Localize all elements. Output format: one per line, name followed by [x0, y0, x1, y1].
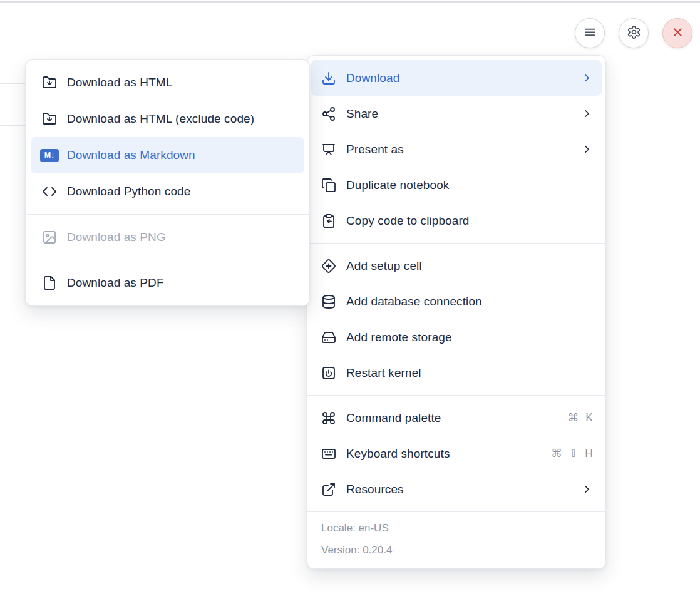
- menu-item-label: Download as PNG: [67, 230, 297, 244]
- hamburger-icon: [583, 25, 597, 42]
- settings-button[interactable]: [619, 18, 649, 48]
- notebook-action-toolbar: [575, 18, 692, 48]
- menu-item-label: Download as PDF: [67, 276, 297, 290]
- clipboard-copy-icon: [321, 213, 336, 228]
- menu-item-label: Duplicate notebook: [346, 178, 593, 192]
- external-link-icon: [321, 482, 336, 497]
- code-icon: [42, 184, 57, 199]
- menu-item-command-palette[interactable]: Command palette ⌘ K: [307, 400, 605, 436]
- menu-item-label: Copy code to clipboard: [346, 214, 593, 228]
- chevron-right-icon: [580, 108, 593, 120]
- background-rule-line: [0, 125, 25, 126]
- menu-item-label: Download: [346, 71, 570, 85]
- menu-item-download-pdf[interactable]: Download as PDF: [26, 265, 309, 301]
- version-text: Version: 0.20.4: [321, 539, 592, 561]
- share-icon: [321, 106, 336, 121]
- menu-item-download-html-exclude-code[interactable]: Download as HTML (exclude code): [26, 101, 309, 137]
- folder-down-icon: [42, 111, 57, 126]
- menu-item-label: Present as: [346, 143, 570, 157]
- keyboard-icon: [321, 446, 336, 461]
- menu-item-copy-code[interactable]: Copy code to clipboard: [307, 203, 605, 239]
- menu-item-label: Download as HTML (exclude code): [67, 112, 297, 126]
- key-shift: ⇧: [569, 447, 579, 460]
- menu-item-label: Command palette: [346, 411, 558, 425]
- page-top-border: [0, 1, 700, 3]
- background-rule-line: [0, 83, 25, 84]
- folder-down-icon: [42, 75, 57, 90]
- hard-drive-icon: [321, 330, 336, 345]
- menu-item-label: Share: [346, 107, 570, 121]
- menu-item-label: Download as Markdown: [67, 148, 296, 162]
- close-x-icon: [671, 25, 685, 42]
- key-cmd: ⌘: [568, 411, 579, 424]
- image-icon: [42, 230, 57, 245]
- download-icon: [321, 71, 336, 86]
- notebook-menu-dropdown: Download Share Present as: [307, 55, 606, 569]
- shortcut-hint: ⌘ K: [568, 411, 593, 424]
- menu-item-download-markdown[interactable]: M↓ Download as Markdown: [31, 137, 304, 173]
- menu-item-add-database-connection[interactable]: Add database connection: [307, 284, 605, 319]
- notebook-menu-button[interactable]: [575, 18, 605, 48]
- menu-item-restart-kernel[interactable]: Restart kernel: [307, 355, 605, 391]
- file-icon: [42, 275, 57, 290]
- menu-item-share[interactable]: Share: [307, 96, 605, 131]
- key-cmd: ⌘: [551, 447, 562, 460]
- menu-footer: Locale: en-US Version: 0.20.4: [307, 512, 605, 568]
- diamond-plus-icon: [321, 259, 336, 274]
- key-h: H: [585, 447, 593, 460]
- shortcut-hint: ⌘ ⇧ H: [551, 447, 593, 460]
- menu-item-present-as[interactable]: Present as: [307, 131, 605, 167]
- command-icon: [321, 411, 336, 426]
- chevron-right-icon: [580, 72, 593, 84]
- menu-item-label: Restart kernel: [346, 366, 593, 380]
- power-square-icon: [321, 366, 336, 381]
- markdown-badge-icon: M↓: [40, 149, 59, 162]
- menu-item-label: Keyboard shortcuts: [346, 447, 541, 461]
- menu-item-keyboard-shortcuts[interactable]: Keyboard shortcuts ⌘ ⇧ H: [307, 436, 605, 471]
- menu-item-download[interactable]: Download: [311, 60, 602, 96]
- menu-item-add-setup-cell[interactable]: Add setup cell: [307, 248, 605, 284]
- copy-icon: [321, 178, 336, 193]
- menu-item-download-html[interactable]: Download as HTML: [26, 64, 309, 101]
- chevron-right-icon: [580, 483, 593, 495]
- menu-item-add-remote-storage[interactable]: Add remote storage: [307, 319, 605, 355]
- menu-item-download-python-code[interactable]: Download Python code: [26, 173, 309, 210]
- key-k: K: [585, 411, 593, 424]
- presentation-icon: [321, 142, 336, 157]
- menu-item-duplicate-notebook[interactable]: Duplicate notebook: [307, 167, 605, 203]
- menu-item-label: Download as HTML: [67, 76, 297, 90]
- download-submenu: Download as HTML Download as HTML (exclu…: [25, 59, 310, 306]
- menu-item-label: Resources: [346, 483, 570, 496]
- menu-item-resources[interactable]: Resources: [307, 471, 605, 507]
- gear-icon: [627, 25, 641, 42]
- menu-item-label: Add remote storage: [346, 331, 593, 344]
- shutdown-button[interactable]: [662, 18, 692, 48]
- menu-item-label: Add database connection: [346, 295, 593, 309]
- locale-text: Locale: en-US: [321, 517, 592, 539]
- menu-item-download-png[interactable]: Download as PNG: [26, 219, 309, 255]
- menu-item-label: Download Python code: [67, 185, 297, 198]
- database-icon: [321, 294, 336, 309]
- menu-item-label: Add setup cell: [346, 259, 593, 273]
- chevron-right-icon: [580, 143, 593, 155]
